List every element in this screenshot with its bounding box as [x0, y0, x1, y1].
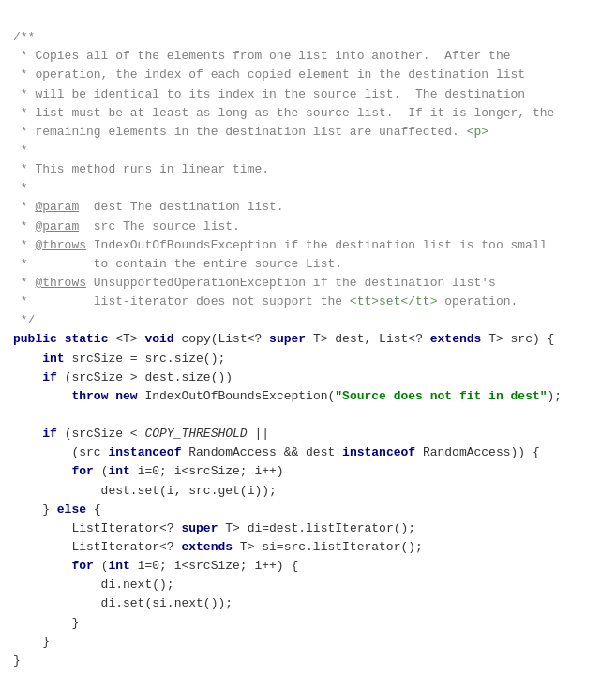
line-int-decl	[13, 352, 42, 366]
comment-line-16: */	[13, 313, 35, 327]
keyword-public: public	[13, 332, 57, 346]
normal-space-1	[57, 332, 65, 346]
keyword-throw: throw	[71, 389, 108, 403]
keyword-super: super	[269, 332, 306, 346]
line-else-close: }	[13, 635, 50, 649]
keyword-else: else	[57, 502, 86, 517]
keyword-void: void	[144, 332, 173, 346]
keyword-extends: extends	[430, 332, 482, 346]
comment-tag-p: <p>	[467, 125, 488, 139]
comment-throws-1-tag: @throws	[35, 238, 86, 252]
keyword-extends-2: extends	[181, 540, 233, 554]
comment-line-5: * list must be at least as long as the s…	[13, 106, 554, 120]
line-dest-set: dest.set(i, src.get(i));	[13, 484, 277, 498]
instanceof-2-text: RandomAccess)) {	[415, 445, 540, 459]
else-brace: {	[86, 502, 101, 517]
for-1-init: (	[94, 464, 109, 478]
for-2-body: i=0; i<srcSize; i++) {	[130, 559, 298, 573]
constant-copy-threshold: COPY_THRESHOLD	[144, 427, 247, 441]
method-signature-3: T> dest, List<?	[306, 332, 430, 346]
for-1-body: i=0; i<srcSize; i++)	[130, 464, 284, 478]
line-if-1	[13, 370, 42, 384]
throw-close: );	[548, 389, 563, 403]
comment-line-14: *	[13, 276, 35, 290]
keyword-static: static	[65, 332, 109, 346]
comment-line-13: * to contain the entire source List.	[13, 257, 342, 271]
comment-line-10: *	[13, 200, 35, 214]
comment-tt-set: <tt>set</tt>	[350, 294, 438, 308]
throw-exception: IndexOutOfBoundsException(	[138, 389, 336, 403]
comment-param-dest-text: dest The destination list.	[79, 200, 283, 214]
keyword-super-2: super	[181, 521, 218, 535]
line-for-1	[13, 464, 71, 478]
srcsize-decl: srcSize = src.size();	[65, 352, 226, 366]
keyword-int-3: int	[108, 559, 129, 573]
line-inner-close: }	[13, 616, 79, 630]
keyword-for-1: for	[71, 464, 93, 478]
comment-operation-text: operation.	[437, 294, 518, 308]
listiterator-di-rest: T> di=dest.listIterator();	[218, 521, 415, 535]
comment-line-1: /**	[13, 30, 35, 44]
line-di-next: di.next();	[13, 578, 174, 592]
comment-param-src-tag: @param	[35, 219, 79, 233]
line-for-2	[13, 559, 71, 573]
comment-line-6: * remaining elements in the destination …	[13, 125, 467, 139]
keyword-int-1: int	[42, 352, 64, 366]
listiterator-si-rest: T> si=src.listIterator();	[233, 540, 423, 554]
instanceof-1-text: RandomAccess && dest	[181, 445, 342, 459]
comment-line-11: *	[13, 219, 35, 233]
comment-throws-2-tag: @throws	[35, 276, 86, 290]
line-method-close: }	[13, 653, 21, 668]
if-condition-2-rest: (src	[13, 445, 108, 459]
string-source-not-fit: "Source does not fit in dest"	[335, 389, 547, 403]
method-signature-2: copy(List<?	[174, 332, 269, 346]
line-else: }	[13, 502, 57, 517]
comment-line-8: * This method runs in linear time.	[13, 162, 269, 176]
code-container: /** * Copies all of the elements from on…	[13, 9, 603, 670]
method-signature-1: <T>	[108, 332, 144, 346]
if-condition-2-start: (srcSize <	[57, 427, 145, 441]
if-condition-2-or: ||	[248, 427, 269, 441]
comment-line-15: * list-iterator does not support the	[13, 294, 350, 308]
comment-throws-2-text: UnsupportedOperationException if the des…	[86, 276, 496, 290]
comment-param-dest-tag: @param	[35, 200, 79, 214]
for-2-init: (	[94, 559, 109, 573]
comment-param-src-text: src The source list.	[79, 219, 240, 233]
comment-line-12: *	[13, 238, 35, 252]
comment-line-4: * will be identical to its index in the …	[13, 87, 525, 101]
keyword-if-2: if	[42, 427, 57, 441]
line-listiterator-di: ListIterator<?	[13, 521, 181, 535]
line-if-2	[13, 427, 42, 441]
line-throw	[13, 389, 71, 403]
comment-line-7: *	[13, 143, 28, 158]
comment-line-2: * Copies all of the elements from one li…	[13, 49, 511, 63]
if-condition-1: (srcSize > dest.size())	[57, 370, 233, 384]
keyword-int-2: int	[108, 464, 129, 478]
comment-line-9: *	[13, 181, 28, 195]
keyword-instanceof-1: instanceof	[108, 445, 181, 459]
comment-line-3: * operation, the index of each copied el…	[13, 68, 525, 82]
keyword-for-2: for	[71, 559, 93, 573]
keyword-instanceof-2: instanceof	[342, 445, 415, 459]
line-listiterator-si: ListIterator<?	[13, 540, 181, 554]
line-di-set: di.set(si.next());	[13, 596, 233, 610]
method-signature-4: T> src) {	[481, 332, 554, 346]
keyword-if-1: if	[42, 370, 57, 384]
keyword-new-1: new	[115, 389, 137, 403]
comment-throws-1-text: IndexOutOfBoundsException if the destina…	[86, 238, 547, 252]
